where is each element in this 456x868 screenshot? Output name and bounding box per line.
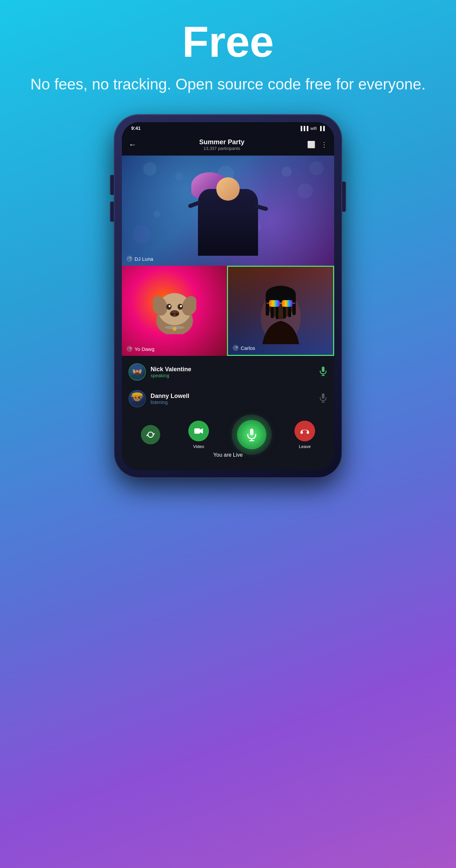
svg-rect-48	[131, 403, 144, 407]
end-call-icon	[300, 428, 310, 434]
video-circle[interactable]	[188, 421, 209, 441]
hero-title: Free	[30, 20, 426, 63]
video-cell-yo-dawg[interactable]: 🎤 Yo Dawg	[122, 266, 227, 356]
end-call-circle[interactable]	[295, 421, 315, 441]
end-call-label: Leave	[299, 444, 310, 449]
video-cell-carlos[interactable]: 🎤 Carlos	[227, 266, 334, 356]
svg-point-32	[135, 370, 136, 372]
svg-point-12	[173, 327, 177, 331]
dog-svg	[153, 287, 196, 334]
svg-point-9	[171, 313, 174, 315]
carlos-label: 🎤 Carlos	[233, 345, 255, 351]
svg-rect-52	[194, 428, 200, 434]
screen-share-icon[interactable]: ⬜	[307, 141, 315, 149]
nick-info: Nick Valentine speaking	[151, 366, 314, 378]
video-row: 🎤 Yo Dawg	[122, 266, 334, 356]
nick-mic-icon	[319, 366, 328, 378]
video-area: 🎤 DJ Luna	[122, 156, 334, 356]
danny-info: Danny Lowell listening	[151, 393, 314, 405]
dj-arm-right	[254, 204, 268, 211]
dj-figure	[188, 172, 268, 256]
nick-status: speaking	[151, 373, 314, 378]
danny-status: listening	[151, 400, 314, 405]
svg-rect-57	[306, 431, 309, 434]
yo-dawg-mic-icon: 🎤	[126, 346, 132, 352]
bokeh-dot	[309, 161, 324, 175]
header-actions: ⬜ ⋮	[307, 141, 328, 149]
room-title: Summer Party	[199, 138, 245, 146]
main-mic-circle[interactable]	[237, 420, 266, 450]
svg-rect-35	[131, 376, 144, 380]
end-call-button[interactable]: Leave	[295, 421, 315, 449]
battery-icon: ▐▐	[319, 126, 325, 131]
nick-avatar-svg	[129, 363, 145, 380]
carlos-svg	[256, 277, 306, 344]
back-button[interactable]: ←	[128, 140, 136, 149]
more-options-icon[interactable]: ⋮	[321, 141, 328, 149]
dj-body	[198, 189, 258, 256]
svg-point-33	[138, 370, 140, 372]
dj-luna-name: DJ Luna	[134, 256, 153, 262]
dj-luna-mic-icon: 🎤	[126, 256, 132, 262]
svg-rect-56	[300, 431, 303, 434]
danny-avatar-bg	[129, 391, 145, 407]
dj-arm-left	[188, 200, 202, 209]
nick-mic-svg	[319, 366, 328, 376]
danny-avatar-svg	[129, 390, 145, 407]
svg-rect-31	[132, 367, 142, 369]
yo-dawg-label: 🎤 Yo Dawg	[126, 346, 155, 352]
danny-mic-svg	[319, 393, 328, 403]
nick-avatar-bg	[129, 364, 145, 380]
signal-icon: ▐▐▐	[299, 126, 308, 131]
svg-point-44	[135, 397, 136, 398]
dj-luna-label: 🎤 DJ Luna	[126, 256, 153, 262]
svg-rect-53	[250, 429, 253, 435]
video-icon	[194, 427, 203, 435]
danny-mic-icon	[319, 393, 328, 405]
svg-point-47	[140, 397, 142, 399]
participant-item-nick[interactable]: Nick Valentine speaking	[122, 359, 334, 385]
bokeh-dot	[143, 162, 157, 176]
dj-head	[216, 177, 240, 200]
danny-avatar	[128, 390, 146, 407]
svg-rect-23	[269, 300, 280, 307]
hero-section: Free No fees, no tracking. Open source c…	[4, 0, 452, 108]
yo-dawg-name: Yo Dawg	[134, 346, 155, 352]
bokeh-dot	[298, 183, 313, 198]
controls-area: Video	[122, 415, 334, 470]
wifi-icon: wifi	[310, 126, 317, 131]
dog-avatar	[122, 266, 227, 356]
rotate-button[interactable]	[141, 425, 160, 444]
rotate-circle[interactable]	[141, 425, 160, 444]
status-time: 9:41	[131, 126, 141, 131]
participant-item-danny[interactable]: Danny Lowell listening	[122, 385, 334, 412]
nick-name: Nick Valentine	[151, 366, 314, 373]
phone-wrapper: 9:41 ▐▐▐ wifi ▐▐ ← Summer Party 13,337 p…	[115, 115, 341, 477]
controls-row: Video	[128, 420, 328, 450]
bokeh-dot	[154, 211, 160, 217]
app-header: ← Summer Party 13,337 participants ⬜ ⋮	[122, 134, 334, 156]
bokeh-dot	[175, 172, 183, 181]
participant-list: Nick Valentine speaking	[122, 356, 334, 415]
svg-rect-49	[322, 393, 325, 399]
rotate-icon	[146, 430, 155, 439]
video-button-label: Video	[193, 444, 204, 449]
main-mic-icon	[246, 428, 257, 441]
main-mic-button[interactable]	[237, 420, 266, 450]
svg-rect-22	[293, 293, 296, 315]
video-button[interactable]: Video	[188, 421, 209, 449]
carlos-mic-icon: 🎤	[233, 345, 239, 351]
svg-point-6	[169, 305, 171, 307]
carlos-name: Carlos	[241, 345, 255, 351]
svg-point-34	[134, 372, 140, 375]
bokeh-dot	[132, 225, 151, 244]
status-icons: ▐▐▐ wifi ▐▐	[299, 126, 325, 131]
svg-rect-36	[322, 367, 325, 372]
carlos-avatar	[228, 267, 333, 355]
participant-count: 13,337 participants	[199, 146, 245, 151]
main-video-dj-luna[interactable]: 🎤 DJ Luna	[122, 156, 334, 266]
svg-point-16	[266, 286, 296, 303]
hero-subtitle: No fees, no tracking. Open source code f…	[30, 73, 426, 95]
svg-rect-17	[266, 292, 269, 316]
danny-name: Danny Lowell	[151, 393, 314, 400]
